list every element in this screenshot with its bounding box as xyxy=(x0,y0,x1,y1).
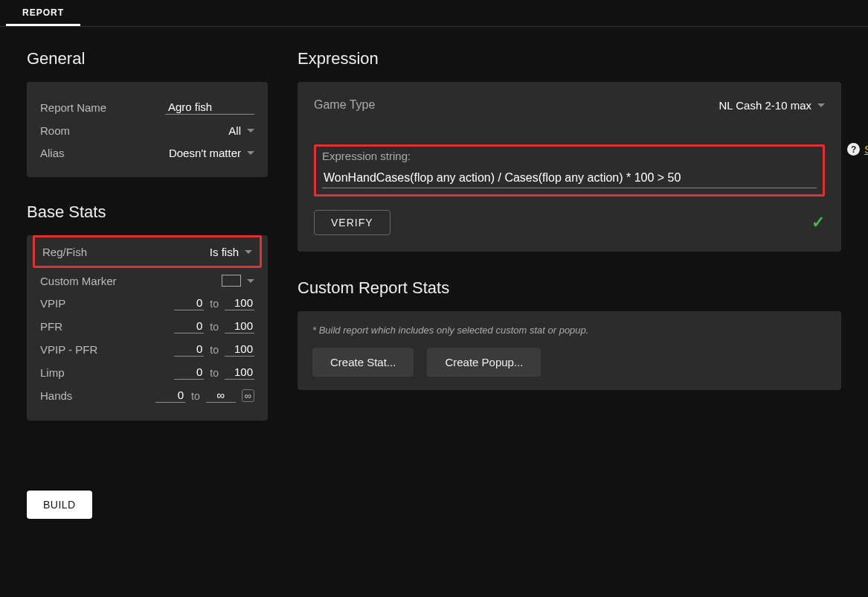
row-limp: Limp to xyxy=(40,361,254,384)
chevron-down-icon xyxy=(817,103,825,107)
room-value: All xyxy=(228,124,241,137)
gametype-dropdown[interactable]: NL Cash 2-10 max xyxy=(719,99,826,112)
pfr-from-input[interactable] xyxy=(174,319,204,333)
hands-range: to ∞ xyxy=(155,389,254,403)
create-stat-button[interactable]: Create Stat... xyxy=(312,348,414,377)
create-popup-button[interactable]: Create Popup... xyxy=(427,348,541,377)
pfr-to-input[interactable] xyxy=(225,319,254,333)
syntax-help: ? Syntax xyxy=(847,143,868,156)
customreport-hint: * Build report which includes only selec… xyxy=(312,325,826,336)
help-icon[interactable]: ? xyxy=(847,143,860,156)
row-hands: Hands to ∞ xyxy=(40,384,254,407)
right-column: Expression Game Type NL Cash 2-10 max Ex… xyxy=(298,49,841,519)
to-word: to xyxy=(210,344,219,356)
verify-button[interactable]: VERIFY xyxy=(314,210,390,235)
to-word: to xyxy=(210,321,219,333)
hands-to-input[interactable] xyxy=(206,389,236,403)
syntax-link[interactable]: Syntax xyxy=(864,144,868,156)
to-word: to xyxy=(210,367,219,379)
content: General Report Name Room All Alias Doesn… xyxy=(0,27,868,534)
highlight-regfish: Reg/Fish Is fish xyxy=(33,235,262,268)
label-hands: Hands xyxy=(40,389,72,402)
vpip-to-input[interactable] xyxy=(225,296,254,310)
regfish-dropdown[interactable]: Is fish xyxy=(210,246,252,258)
vpip-range: to xyxy=(174,296,254,310)
general-heading: General xyxy=(27,49,268,68)
label-pfr: PFR xyxy=(40,320,62,333)
infinity-button[interactable]: ∞ xyxy=(242,389,254,402)
highlight-expression: Expression string: xyxy=(314,144,825,197)
row-reportname: Report Name xyxy=(40,95,254,119)
chevron-down-icon xyxy=(247,279,254,283)
label-alias: Alias xyxy=(40,147,65,159)
regfish-value: Is fish xyxy=(210,246,239,258)
label-vpip-pfr: VPIP - PFR xyxy=(40,343,97,356)
label-regfish: Reg/Fish xyxy=(42,246,87,258)
basestats-heading: Base Stats xyxy=(27,202,268,222)
expression-card: Game Type NL Cash 2-10 max Expression st… xyxy=(298,82,841,252)
room-dropdown[interactable]: All xyxy=(228,124,254,137)
alias-dropdown[interactable]: Doesn't matter xyxy=(169,147,254,159)
label-vpip: VPIP xyxy=(40,297,65,310)
check-icon: ✓ xyxy=(811,213,825,232)
verify-row: VERIFY ✓ xyxy=(314,210,825,235)
label-gametype: Game Type xyxy=(314,98,375,112)
vpip-pfr-to-input[interactable] xyxy=(225,342,254,357)
customreport-heading: Custom Report Stats xyxy=(298,278,841,298)
to-word: to xyxy=(191,390,200,402)
hands-from-input[interactable] xyxy=(155,389,185,403)
row-vpip: VPIP to xyxy=(40,292,254,315)
expression-head: Expression string: xyxy=(322,150,817,162)
label-room: Room xyxy=(40,124,70,137)
row-room: Room All xyxy=(40,119,254,141)
expression-block: Expression string: ? Syntax xyxy=(314,144,825,197)
customreport-card: * Build report which includes only selec… xyxy=(298,311,841,390)
row-custommarker: Custom Marker xyxy=(40,269,254,292)
chevron-down-icon xyxy=(247,129,254,133)
row-alias: Alias Doesn't matter xyxy=(40,141,254,164)
chevron-down-icon xyxy=(245,250,252,254)
tabbar: REPORT xyxy=(0,0,868,27)
label-custommarker: Custom Marker xyxy=(40,275,117,287)
to-word: to xyxy=(210,298,219,310)
vpip-from-input[interactable] xyxy=(174,296,204,310)
row-pfr: PFR to xyxy=(40,315,254,338)
pfr-range: to xyxy=(174,319,254,333)
left-column: General Report Name Room All Alias Doesn… xyxy=(27,49,268,519)
chevron-down-icon xyxy=(247,151,254,155)
limp-from-input[interactable] xyxy=(174,365,204,380)
report-name-input[interactable] xyxy=(165,100,254,115)
expression-input[interactable] xyxy=(322,170,817,188)
limp-range: to xyxy=(174,365,254,380)
label-limp: Limp xyxy=(40,366,65,379)
vpip-pfr-range: to xyxy=(174,342,254,357)
alias-value: Doesn't matter xyxy=(169,147,241,159)
custommarker-dropdown[interactable] xyxy=(222,275,254,287)
label-expression-string: Expression string: xyxy=(322,150,411,162)
limp-to-input[interactable] xyxy=(225,365,254,380)
basestats-card: Reg/Fish Is fish Custom Marker VPIP xyxy=(27,235,268,421)
general-card: Report Name Room All Alias Doesn't matte… xyxy=(27,82,268,177)
tab-report[interactable]: REPORT xyxy=(6,0,80,26)
label-reportname: Report Name xyxy=(40,101,106,114)
row-vpip-pfr: VPIP - PFR to xyxy=(40,338,254,361)
row-gametype: Game Type NL Cash 2-10 max xyxy=(314,98,825,112)
vpip-pfr-from-input[interactable] xyxy=(174,342,204,357)
expression-heading: Expression xyxy=(298,49,841,68)
row-regfish: Reg/Fish Is fish xyxy=(42,240,252,263)
customreport-buttons: Create Stat... Create Popup... xyxy=(312,348,826,377)
build-button[interactable]: BUILD xyxy=(27,491,92,519)
gametype-value: NL Cash 2-10 max xyxy=(719,99,812,112)
marker-swatch xyxy=(222,275,241,287)
